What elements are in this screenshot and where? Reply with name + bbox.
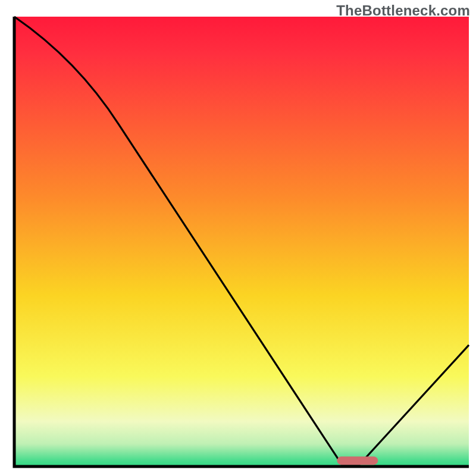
- target-marker: [337, 456, 378, 465]
- plot-background: [14, 17, 469, 466]
- chart-container: { "watermark": "TheBottleneck.com", "cha…: [0, 0, 476, 476]
- bottleneck-chart: [0, 0, 476, 476]
